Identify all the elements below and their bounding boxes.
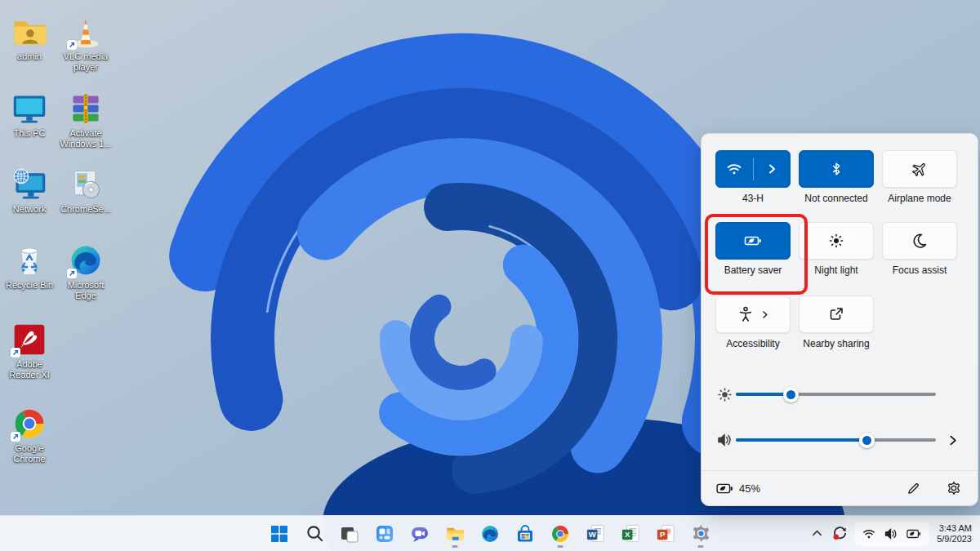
windows-logo-icon xyxy=(270,524,289,544)
settings-gear-button[interactable] xyxy=(945,479,963,497)
running-indicator xyxy=(698,545,704,548)
chrome-icon xyxy=(550,524,570,544)
chevron-right-icon[interactable] xyxy=(754,151,791,187)
excel-button[interactable]: X xyxy=(619,519,642,549)
wifi-icon xyxy=(716,151,753,187)
bluetooth-icon xyxy=(829,162,844,176)
tray-volume-icon xyxy=(884,527,898,540)
volume-slider-row xyxy=(713,428,959,452)
brightness-slider-thumb[interactable] xyxy=(783,387,799,402)
desktop-icon-recycle-bin[interactable]: Recycle Bin xyxy=(2,242,57,291)
settings-gear-icon xyxy=(691,523,711,544)
desktop-icon-label: VLC media player xyxy=(58,51,114,73)
chat-button[interactable] xyxy=(408,519,431,549)
night-light-tile-label: Night light xyxy=(789,264,884,276)
widgets-button[interactable] xyxy=(373,519,396,549)
desktop-icon-admin[interactable]: admin xyxy=(2,13,57,62)
quick-settings-footer: 45% xyxy=(702,470,978,505)
desktop-icon-adobe-reader[interactable]: Adobe Reader XI xyxy=(2,321,57,380)
shortcut-arrow-icon xyxy=(67,269,77,278)
adobe-reader-icon xyxy=(11,321,48,358)
focus-assist-tile-label: Focus assist xyxy=(872,264,967,276)
battery-saver-tile[interactable] xyxy=(715,222,791,260)
battery-leaf-icon xyxy=(716,482,733,495)
desktop-icon-chrome[interactable]: Google Chrome xyxy=(2,405,57,464)
focus-assist-icon xyxy=(911,233,928,249)
edge-button[interactable] xyxy=(479,519,501,549)
brightness-slider-fill xyxy=(736,393,791,396)
desktop-icon-label: admin xyxy=(17,51,42,62)
chrome-button[interactable] xyxy=(549,519,572,549)
volume-slider-thumb[interactable] xyxy=(859,433,875,448)
taskbar-clock[interactable]: 3:43 AM 5/9/2023 xyxy=(937,523,972,544)
monitor-icon xyxy=(11,90,48,127)
airplane-mode-tile-label: Airplane mode xyxy=(872,193,967,204)
desktop-icon-label: This PC xyxy=(13,128,45,139)
airplane-icon xyxy=(911,161,928,177)
desktop-icon-label: Adobe Reader XI xyxy=(2,359,57,380)
network-monitor-icon xyxy=(11,166,48,203)
recycle-bin-icon xyxy=(11,242,48,279)
quick-settings-panel: 43-H Not connected Airplane mode xyxy=(701,133,978,506)
volume-output-chevron-icon[interactable] xyxy=(947,434,959,447)
nearby-sharing-tile[interactable] xyxy=(799,295,874,333)
airplane-mode-tile[interactable] xyxy=(882,150,957,188)
start-button[interactable] xyxy=(268,519,291,549)
file-explorer-icon xyxy=(445,523,466,544)
shortcut-arrow-icon xyxy=(67,40,77,50)
volume-icon xyxy=(713,432,736,448)
chrome-logo-icon xyxy=(11,405,48,442)
night-light-icon xyxy=(828,233,844,249)
desktop-icon-label: Microsoft Edge xyxy=(58,280,114,301)
battery-saver-tile-label: Battery saver xyxy=(706,264,800,276)
desktop-icon-vlc[interactable]: VLC media player xyxy=(58,13,114,73)
file-explorer-button[interactable] xyxy=(443,519,466,549)
shortcut-arrow-icon xyxy=(11,432,20,442)
desktop-icon-label: Network xyxy=(13,204,46,215)
tray-wifi-icon xyxy=(862,527,875,540)
accessibility-tile[interactable] xyxy=(715,295,791,333)
desktop-icon-this-pc[interactable]: This PC xyxy=(2,90,57,139)
task-view-button[interactable] xyxy=(338,519,361,549)
word-button[interactable]: W xyxy=(584,519,607,549)
desktop-icon-label: Activate Windows 1... xyxy=(58,128,114,149)
battery-percent: 45% xyxy=(739,482,760,495)
excel-icon: X xyxy=(621,523,641,544)
wifi-tile[interactable] xyxy=(715,150,791,188)
chat-icon xyxy=(410,524,430,544)
bluetooth-tile[interactable] xyxy=(799,150,874,188)
user-folder-icon xyxy=(11,13,48,51)
desktop-icon-label: Google Chrome xyxy=(2,443,57,464)
desktop-icon-activate-windows[interactable]: Activate Windows 1... xyxy=(58,90,114,149)
clock-time: 3:43 AM xyxy=(937,523,972,534)
volume-slider-track[interactable] xyxy=(736,438,936,442)
desktop-icon-network[interactable]: Network xyxy=(2,166,57,215)
edit-quick-settings-button[interactable] xyxy=(905,480,922,497)
battery-status[interactable]: 45% xyxy=(716,482,760,495)
powerpoint-icon: P xyxy=(656,523,676,544)
network-volume-battery-group[interactable] xyxy=(855,522,929,546)
night-light-tile[interactable] xyxy=(799,222,874,260)
search-button[interactable] xyxy=(303,519,326,549)
desktop-icon-chromesetup[interactable]: ChromeSe... xyxy=(58,166,114,215)
tray-chevron-up-icon[interactable] xyxy=(809,526,825,541)
widgets-icon xyxy=(375,524,394,544)
winrar-books-icon xyxy=(67,90,105,127)
desktop-icon-edge[interactable]: Microsoft Edge xyxy=(58,242,114,301)
word-icon: W xyxy=(586,523,606,544)
nearby-sharing-tile-label: Nearby sharing xyxy=(789,338,884,349)
search-icon xyxy=(305,524,324,543)
focus-assist-tile[interactable] xyxy=(882,222,957,260)
accessibility-icon xyxy=(737,306,754,322)
update-pending-icon[interactable] xyxy=(831,524,849,543)
running-indicator xyxy=(558,545,564,548)
brightness-slider-track[interactable] xyxy=(736,393,936,396)
desktop-icon-label: Recycle Bin xyxy=(6,280,53,291)
settings-button[interactable] xyxy=(689,519,712,549)
clock-date: 5/9/2023 xyxy=(937,534,972,544)
microsoft-store-button[interactable] xyxy=(514,519,537,549)
nearby-sharing-icon xyxy=(828,306,844,322)
wifi-tile-label: 43-H xyxy=(706,193,800,204)
edge-logo-icon xyxy=(67,242,105,279)
powerpoint-button[interactable]: P xyxy=(654,519,677,549)
